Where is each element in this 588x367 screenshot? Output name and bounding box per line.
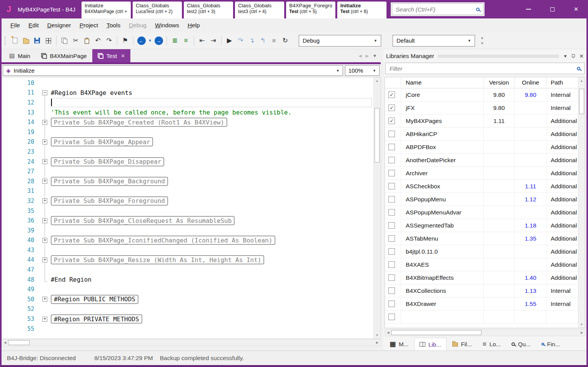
menu-project[interactable]: Project [75,20,102,30]
library-row-jfx[interactable]: ✓jFX9.80Internal [385,101,585,115]
menu-designer[interactable]: Designer [43,20,75,30]
fold-collapse-icon[interactable]: − [42,90,47,95]
step-out-icon[interactable]: ↰ [258,35,268,46]
library-row-anotherdatepicker[interactable]: AnotherDatePickerAdditional [385,154,585,167]
save-icon[interactable] [32,35,42,46]
libraries-vertical-scrollbar[interactable]: ▲ ▼ [578,77,585,328]
panel-menu-chevron-icon[interactable]: ▼ [563,54,567,58]
menu-edit[interactable]: Edit [24,20,43,30]
undo-icon[interactable]: ↶ [93,35,103,46]
collapsed-sub[interactable]: Private Sub B4XPage_Background [51,177,168,186]
code-lines[interactable]: 1011−#Region B4XPage events1213'This eve… [2,77,373,339]
paste-icon[interactable] [82,35,92,46]
code-line-55[interactable]: 55 [2,324,373,334]
scroll-right-icon[interactable]: ▶ [579,331,585,334]
editor-vscroll-thumb[interactable] [375,108,380,163]
build-mode-combo[interactable]: Debug ▼ [299,35,381,46]
bookmark-icon[interactable]: ⚑ [120,35,130,46]
library-checkbox[interactable] [388,301,395,307]
collapsed-sub[interactable]: Private Sub B4XPage_Created (Root1 As B4… [51,118,227,127]
panel-splitter[interactable] [381,49,383,350]
open-project-icon[interactable] [21,35,31,46]
library-row-b4xaes[interactable]: B4XAESAdditional [385,258,585,271]
comment-icon[interactable]: ≣ [170,35,180,46]
library-checkbox[interactable] [388,261,395,268]
back-history-dropdown-icon[interactable]: ▾ [147,35,153,46]
panel-close-icon[interactable]: ✕ [579,53,584,59]
collapsed-sub[interactable]: Private Sub B4XPage_Disappear [51,157,164,166]
search-box[interactable]: Search (Ctrl+F) [392,3,483,15]
panel-tab-qu[interactable]: Qu... [506,338,536,350]
fold-expand-icon[interactable]: + [42,139,47,144]
library-row-aspopupmenu[interactable]: ASPopupMenu1.12Additional [385,193,585,206]
editor-vertical-scrollbar[interactable]: ▲ ▼ [373,77,380,339]
editor-horizontal-scrollbar[interactable]: ◀ ▶ [2,339,381,346]
fold-expand-icon[interactable]: + [42,317,47,322]
code-line-36[interactable]: 36+Private Sub B4XPage_CloseRequest As R… [2,216,373,226]
copy-icon[interactable] [59,35,70,46]
code-line-23[interactable]: 23 [2,147,373,157]
library-online-version[interactable]: 1.40 [515,271,547,284]
code-line-20[interactable]: 20+Private Sub B4XPage_Appear [2,137,373,147]
doc-tab-main[interactable]: ▤Main [4,49,36,62]
scroll-down-icon[interactable]: ▼ [578,321,585,327]
scroll-left-icon[interactable]: ◀ [2,341,8,344]
code-line-52[interactable]: 52 [2,304,373,314]
libraries-horizontal-scrollbar[interactable]: ◀ ▶ [385,329,585,336]
uncomment-icon[interactable]: ≡ [181,35,191,46]
build-config-combo[interactable]: Default ▼ [393,35,475,46]
library-checkbox[interactable] [388,209,395,216]
search-icon[interactable] [476,8,480,11]
library-row-b4jtpl.0.11.0[interactable]: b4jtpl.0.11.0Additional [385,245,585,258]
library-row-astabmenu[interactable]: ASTabMenu1.35Additional [385,232,585,245]
panel-pin-icon[interactable] [571,54,575,59]
restart-icon[interactable]: ↻ [280,35,290,46]
library-row-jcore[interactable]: ✓jCore9.809.80Internal [385,88,585,101]
navigate-back-icon[interactable]: ← [136,35,147,46]
library-checkbox[interactable]: ✓ [388,105,395,111]
sub-selector-combo[interactable]: ◈ Initialize ▼ [3,65,343,76]
quick-tab-test-6[interactable]: InitializeTest (ctrl + 6) [337,2,386,18]
code-line-43[interactable]: 43 [2,245,373,255]
code-line-40[interactable]: 40+Private Sub B4XPage_IconifiedChanged … [2,236,373,246]
scroll-up-icon[interactable]: ▲ [578,78,585,84]
library-checkbox[interactable] [388,287,395,294]
libraries-hscroll-thumb[interactable] [391,330,481,335]
library-online-version[interactable]: 1.55 [515,297,547,310]
menu-tools[interactable]: Tools [102,20,125,30]
collapsed-sub[interactable]: Private Sub B4XPage_Foreground [51,196,168,206]
library-row-b4xcollections[interactable]: B4XCollections1.13Internal [385,284,585,297]
library-checkbox[interactable] [388,170,395,176]
redo-icon[interactable]: ↷ [104,35,114,46]
fold-expand-icon[interactable]: + [42,257,47,262]
toolbar-overflow-icon[interactable]: ▾▾ [481,36,483,46]
quick-tab-test3-4[interactable]: Class_Globalstest3 (ctrl + 4) [235,2,284,18]
fold-expand-icon[interactable]: + [42,238,47,243]
scroll-down-icon[interactable]: ▼ [374,332,380,338]
cut-icon[interactable]: ✂ [70,35,81,46]
outdent-icon[interactable]: ⇤ [197,35,207,46]
panel-tab-m[interactable]: ▦M... [385,338,413,350]
library-checkbox[interactable]: ✓ [388,91,395,98]
quick-tab-lucatest-2[interactable]: Class_GlobalsLucaTest (ctrl + 2) [133,2,182,18]
library-online-version[interactable]: 1.18 [515,219,547,232]
library-row[interactable] [385,311,585,324]
library-online-version[interactable]: 1.11 [515,180,547,193]
step-over-icon[interactable]: ↷ [235,35,246,46]
code-line-11[interactable]: 11−#Region B4XPage events [2,88,373,98]
code-line-32[interactable]: 32+Private Sub B4XPage_Foreground [2,196,373,206]
code-line-50[interactable]: 50+#Region PUBLIC METHODS [2,294,373,304]
quick-tab-test2-3[interactable]: Class_Globalstest2 (ctrl + 3) [184,2,233,18]
fold-expand-icon[interactable]: + [42,198,47,203]
library-checkbox[interactable]: ✓ [388,118,395,124]
tab-list-dropdown-icon[interactable]: ▼ [373,53,377,58]
tab-scroll-right-icon[interactable]: ▶ [366,53,369,58]
menu-help[interactable]: Help [183,20,204,30]
code-line-49[interactable]: 49 [2,284,373,294]
minimize-button[interactable] [516,0,540,18]
fold-expand-icon[interactable]: + [42,159,47,164]
code-line-13[interactable]: 13'This event will be called once, befor… [2,108,373,118]
code-editor[interactable]: 1011−#Region B4XPage events1213'This eve… [2,77,381,339]
tab-close-icon[interactable]: ✕ [121,53,125,59]
library-online-version[interactable]: 1.35 [515,232,547,245]
